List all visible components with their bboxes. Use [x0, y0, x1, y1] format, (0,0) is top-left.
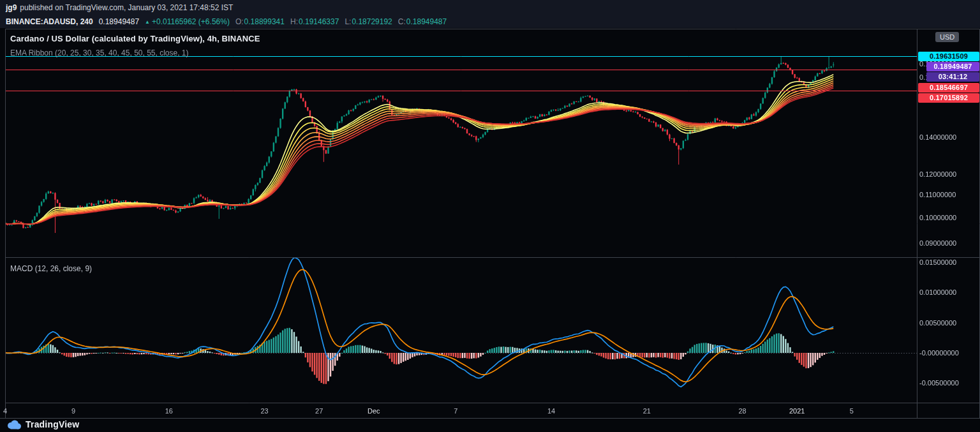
countdown-badge: 03:41:12	[926, 72, 979, 82]
price-axis-tick: 0.11000000	[919, 191, 956, 198]
time-axis-tick: 21	[643, 407, 651, 415]
open-readout: O:0.18899341	[235, 17, 285, 26]
time-axis-tick: 28	[738, 407, 746, 415]
high-readout: H:0.19146337	[290, 17, 339, 26]
publish-info-bar: jg9 published on TradingView.com, Januar…	[0, 0, 980, 15]
time-axis-tick: 9	[71, 407, 75, 415]
macd-axis-tick: 0.01000000	[919, 288, 956, 296]
price-line-badge-1: 0.18546697	[918, 83, 979, 93]
currency-label[interactable]: USD	[935, 32, 959, 42]
price-axis-tick: 0.14000000	[919, 133, 956, 141]
change-text: +0.01165962 (+6.56%)	[152, 17, 230, 26]
published-text: published on TradingView.com, January 03…	[20, 3, 233, 12]
macd-axis-tick: 0.01500000	[919, 258, 956, 266]
time-axis-tick: 4	[3, 407, 7, 415]
time-axis-tick: Dec	[368, 407, 380, 415]
time-axis-tick: 2021	[789, 407, 805, 415]
up-triangle-icon: ▲	[145, 19, 150, 25]
close-value: 0.18949487	[406, 17, 447, 26]
low-value: 0.18729192	[352, 17, 392, 26]
macd-axis-tick: -0.00000000	[919, 349, 959, 357]
ema-ribbon-indicator-label[interactable]: EMA Ribbon (20, 25, 30, 35, 40, 45, 50, …	[10, 48, 260, 57]
high-label: H:	[290, 17, 298, 26]
time-axis-tick: 7	[454, 407, 457, 415]
time-axis[interactable]	[0, 403, 980, 418]
price-axis-tick: 0.09000000	[919, 239, 956, 247]
price-axis-tick: 0.12000000	[919, 170, 956, 178]
high-value: 0.19146337	[299, 17, 339, 26]
time-axis-tick: 23	[260, 407, 268, 415]
time-axis-tick: 5	[850, 407, 854, 415]
publisher-name: jg9	[6, 3, 17, 12]
time-axis-tick: 27	[315, 407, 323, 415]
low-readout: L:0.18729192	[345, 17, 392, 26]
alert-price-badge: 0.19631509	[918, 52, 979, 61]
macd-axis-tick: -0.00500000	[919, 379, 959, 387]
macd-axis-tick: 0.00500000	[919, 319, 956, 327]
macd-indicator-label[interactable]: MACD (12, 26, close, 9)	[10, 264, 92, 273]
time-axis-tick: 16	[165, 407, 173, 415]
tradingview-cloud-logo-icon[interactable]	[6, 420, 22, 429]
open-label: O:	[235, 17, 244, 26]
time-axis-tick: 14	[547, 407, 555, 415]
close-readout: C:0.18949487	[398, 17, 447, 26]
symbol-info-bar: BINANCE:ADAUSD, 240 0.18949487 ▲ +0.0116…	[0, 15, 980, 28]
close-label: C:	[398, 17, 406, 26]
chart-title[interactable]: Cardano / US Dollar (calculated by Tradi…	[10, 34, 260, 43]
open-value: 0.18899341	[244, 17, 285, 26]
price-axis-tick: 0.10000000	[919, 214, 956, 221]
price-line-badge-2: 0.17015892	[918, 93, 979, 103]
price-change-readout: ▲ +0.01165962 (+6.56%)	[145, 17, 230, 26]
tradingview-brand-text[interactable]: TradingView	[26, 419, 79, 429]
chart-legend: Cardano / US Dollar (calculated by Tradi…	[10, 34, 260, 57]
symbol-name[interactable]: BINANCE:ADAUSD, 240	[6, 17, 93, 26]
last-price-badge: 0.18949487	[926, 62, 979, 71]
last-price-readout: 0.18949487	[99, 17, 139, 26]
chart-canvas[interactable]	[0, 0, 980, 432]
low-label: L:	[345, 17, 351, 26]
footer-brand: TradingView	[6, 419, 79, 429]
